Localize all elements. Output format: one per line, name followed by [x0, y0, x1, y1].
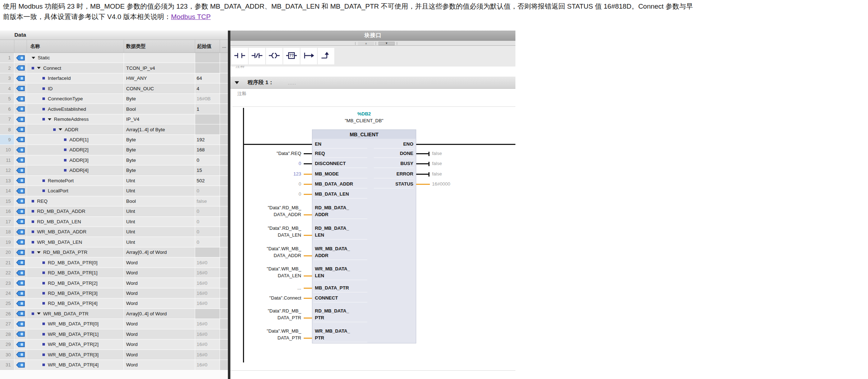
var-name-cell[interactable]: Connect [27, 63, 124, 73]
var-type-cell[interactable]: Word [124, 257, 195, 267]
splitter-collapse-button[interactable]: ▲ [358, 42, 374, 45]
table-row[interactable]: 20RD_MB_DATA_PTRArray[0..4] of Word [0, 247, 229, 257]
var-name-cell[interactable]: WR_MB_DATA_LEN [27, 237, 124, 247]
table-row[interactable]: 17RD_MB_DATA_LENUInt0 [0, 217, 229, 227]
table-row[interactable]: 22RD_MB_DATA_PTR[1]Word16#0 [0, 268, 229, 278]
var-type-cell[interactable]: Word [124, 319, 195, 329]
var-name-cell[interactable]: ADDR [27, 124, 124, 134]
pin-operand[interactable]: "Data".RD_MB_ [216, 225, 301, 231]
var-name-cell[interactable]: REQ [27, 196, 124, 206]
table-row[interactable]: 7RemoteAddressIP_V4 [0, 114, 229, 124]
pin-operand[interactable]: DATA_ADDR [216, 253, 301, 258]
table-row[interactable]: 4IDCONN_OUC4 [0, 83, 229, 93]
var-start-value-cell[interactable]: 16#0 [195, 360, 220, 370]
var-type-cell[interactable]: Bool [124, 104, 195, 114]
var-type-cell[interactable]: UInt [124, 227, 195, 237]
var-start-value-cell[interactable]: 16#0 [195, 319, 220, 329]
table-row[interactable]: 12ADDR[4]Byte15 [0, 165, 229, 175]
var-name-cell[interactable]: RD_MB_DATA_PTR[0] [27, 257, 124, 267]
expand-arrow-icon[interactable] [37, 67, 41, 69]
table-row[interactable]: 15REQBoolfalse [0, 196, 229, 206]
var-type-cell[interactable]: Word [124, 278, 195, 288]
var-type-cell[interactable]: IP_V4 [124, 114, 195, 124]
pin-operand[interactable]: "Data".RD_MB_ [216, 205, 301, 210]
var-type-cell[interactable]: Array[0..4] of Word [124, 309, 195, 319]
var-name-cell[interactable]: ADDR[4] [27, 165, 124, 175]
var-type-cell[interactable]: UInt [124, 176, 195, 186]
table-row[interactable]: 9ADDR[1]Byte192 [0, 135, 229, 145]
var-name-cell[interactable]: WR_MB_DATA_ADDR [27, 227, 124, 237]
var-type-cell[interactable]: Byte [124, 145, 195, 155]
var-type-cell[interactable] [124, 53, 195, 63]
table-row[interactable]: 30WR_MB_DATA_PTR[3]Word16#0 [0, 350, 229, 360]
var-name-cell[interactable]: ConnectionType [27, 94, 124, 104]
table-row[interactable]: 19WR_MB_DATA_LENUInt0 [0, 237, 229, 247]
coil-button[interactable] [266, 48, 283, 64]
var-name-cell[interactable]: ID [27, 83, 124, 93]
var-name-cell[interactable]: InterfaceId [27, 73, 124, 83]
table-row[interactable]: 1Static [0, 53, 229, 63]
table-row[interactable]: 25RD_MB_DATA_PTR[4]Word16#0 [0, 298, 229, 309]
mb-client-block-header[interactable]: MB_CLIENT [312, 129, 416, 139]
pin-operand[interactable]: 123 [216, 171, 301, 177]
table-row[interactable]: 23RD_MB_DATA_PTR[2]Word16#0 [0, 278, 229, 288]
var-type-cell[interactable]: Byte [124, 155, 195, 165]
var-name-cell[interactable]: RD_MB_DATA_PTR[2] [27, 278, 124, 288]
pin-operand[interactable]: "Data".REQ [216, 151, 301, 156]
var-start-value-cell[interactable]: false [195, 196, 220, 206]
var-start-value-cell[interactable]: 0 [195, 237, 220, 247]
expand-arrow-icon[interactable] [59, 128, 62, 131]
expand-arrow-icon[interactable] [32, 57, 35, 59]
var-type-cell[interactable]: UInt [124, 237, 195, 247]
network-title-bar[interactable]: 程序段 1： ..... [230, 77, 515, 89]
var-start-value-cell[interactable] [195, 53, 220, 63]
pin-operand[interactable]: 0 [216, 181, 301, 187]
var-type-cell[interactable]: Array[0..4] of Word [124, 247, 195, 257]
var-type-cell[interactable]: Word [124, 298, 195, 308]
var-type-cell[interactable]: UInt [124, 206, 195, 216]
var-type-cell[interactable]: Byte [124, 165, 195, 175]
var-name-cell[interactable]: WR_MB_DATA_PTR[2] [27, 339, 124, 349]
pin-operand[interactable]: "Data".WR_MB_ [216, 246, 301, 251]
network-title-placeholder[interactable]: ..... [288, 80, 296, 86]
table-row[interactable]: 3InterfaceIdHW_ANY64 [0, 73, 229, 83]
table-row[interactable]: 5ConnectionTypeByte16#0B [0, 94, 229, 104]
open-branch-button[interactable] [300, 48, 317, 64]
table-row[interactable]: 2ConnectTCON_IP_v4 [0, 63, 229, 73]
table-row[interactable]: 26WR_MB_DATA_PTRArray[0..4] of Word [0, 309, 229, 319]
table-row[interactable]: 8ADDRArray[1..4] of Byte [0, 124, 229, 134]
var-name-cell[interactable]: RemoteAddress [27, 114, 124, 124]
table-row[interactable]: 27WR_MB_DATA_PTR[0]Word16#0 [0, 319, 229, 329]
var-type-cell[interactable]: Byte [124, 135, 195, 145]
table-row[interactable]: 16RD_MB_DATA_ADDRUInt0 [0, 206, 229, 216]
table-row[interactable]: 31WR_MB_DATA_PTR[4]Word16#0 [0, 360, 229, 370]
var-name-cell[interactable]: RD_MB_DATA_ADDR [27, 206, 124, 216]
var-start-value-cell[interactable]: 16#0 [195, 350, 220, 360]
var-type-cell[interactable]: Word [124, 268, 195, 278]
var-type-cell[interactable]: Word [124, 288, 195, 298]
var-type-cell[interactable]: Word [124, 350, 195, 360]
instance-db-address[interactable]: %DB2 [312, 111, 416, 117]
var-start-value-cell[interactable]: 192 [195, 135, 220, 145]
header-datatype[interactable]: 数据类型 [124, 40, 195, 52]
var-name-cell[interactable]: ActiveEstablished [27, 104, 124, 114]
var-type-cell[interactable]: Word [124, 339, 195, 349]
var-type-cell[interactable]: UInt [124, 186, 195, 196]
var-name-cell[interactable]: Static [27, 53, 124, 63]
var-name-cell[interactable]: ADDR[2] [27, 145, 124, 155]
var-type-cell[interactable]: CONN_OUC [124, 83, 195, 93]
var-name-cell[interactable]: WR_MB_DATA_PTR[0] [27, 319, 124, 329]
normally-closed-contact-button[interactable] [249, 48, 265, 64]
var-start-value-cell[interactable]: 0 [195, 217, 220, 227]
var-start-value-cell[interactable]: 16#0B [195, 94, 220, 104]
var-type-cell[interactable]: UInt [124, 217, 195, 227]
pin-operand[interactable]: "Data".RD_MB_ [216, 308, 301, 314]
expand-arrow-icon[interactable] [37, 312, 41, 315]
var-type-cell[interactable]: Array[1..4] of Byte [124, 124, 195, 134]
pin-operand[interactable]: DATA_LEN [216, 232, 301, 238]
var-start-value-cell[interactable] [195, 63, 220, 73]
var-type-cell[interactable]: TCON_IP_v4 [124, 63, 195, 73]
pin-operand[interactable]: DATA_ADDR [216, 212, 301, 217]
var-name-cell[interactable]: ADDR[1] [27, 135, 124, 145]
pin-operand[interactable]: 0 [216, 161, 301, 166]
